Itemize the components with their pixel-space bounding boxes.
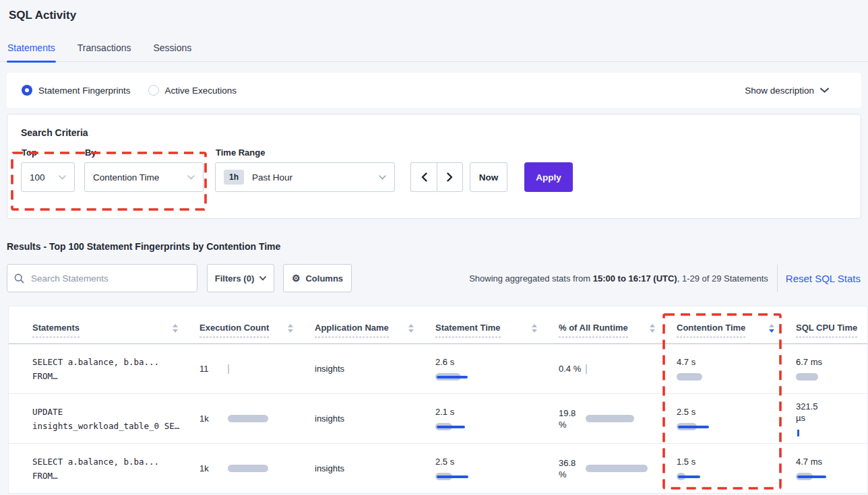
statement-fingerprint-link[interactable]: SELECT a.balance, b.ba...FROM… bbox=[9, 455, 199, 482]
chevron-down-icon bbox=[820, 88, 829, 93]
radio-active-executions[interactable]: Active Executions bbox=[148, 85, 237, 96]
tab-sessions[interactable]: Sessions bbox=[152, 36, 192, 61]
statements-table: StatementsExecution CountApplication Nam… bbox=[8, 306, 868, 494]
column-header-statement-time[interactable]: Statement Time bbox=[435, 323, 559, 343]
cell-bar-chart bbox=[586, 364, 653, 373]
statement-time-cell: 2.5 s bbox=[435, 456, 559, 481]
sort-arrows-icon bbox=[532, 324, 537, 333]
cell-bar-chart bbox=[586, 414, 653, 423]
cell-bar-chart bbox=[435, 422, 503, 431]
chevron-down-icon bbox=[379, 175, 386, 180]
radio-statement-fingerprints[interactable]: Statement Fingerprints bbox=[22, 85, 131, 96]
time-range-field: Time Range 1h Past Hour bbox=[215, 138, 395, 192]
chevron-down-icon bbox=[187, 175, 195, 180]
column-header-contention-time[interactable]: Contention Time bbox=[677, 323, 796, 343]
tab-transactions[interactable]: Transactions bbox=[77, 36, 132, 61]
page-title: SQL Activity bbox=[9, 9, 868, 22]
search-criteria-heading: Search Criteria bbox=[21, 127, 861, 138]
top-field: Top 100 bbox=[21, 138, 75, 192]
chevron-left-icon bbox=[421, 172, 427, 182]
sql-cpu-time-cell: 6.7 ms bbox=[796, 356, 867, 381]
column-label: % of All Runtime bbox=[559, 323, 628, 337]
filters-button[interactable]: Filters (0) bbox=[207, 264, 274, 292]
show-description-toggle[interactable]: Show description bbox=[745, 86, 846, 96]
pct-of-all-runtime-cell: 36.8% bbox=[559, 457, 677, 480]
sort-arrows-icon bbox=[173, 324, 178, 333]
gear-icon: ⚙ bbox=[292, 273, 301, 283]
column-header-sql-cpu-time[interactable]: SQL CPU Time bbox=[796, 323, 867, 343]
previous-interval-button[interactable] bbox=[410, 162, 437, 192]
chevron-right-icon bbox=[447, 172, 453, 182]
cell-bar-chart bbox=[228, 414, 295, 423]
cell-bar-chart bbox=[228, 464, 295, 473]
table-row: UPDATEinsights_workload_table_0 SE…1kins… bbox=[9, 394, 867, 444]
contention-time-cell: 4.7 s bbox=[677, 356, 796, 381]
search-icon bbox=[14, 273, 24, 284]
column-header-application-name[interactable]: Application Name bbox=[315, 323, 435, 343]
divider bbox=[777, 265, 778, 292]
pct-of-all-runtime-cell: 0.4 % bbox=[559, 363, 677, 374]
column-label: Contention Time bbox=[677, 323, 745, 337]
statement-time-cell: 2.1 s bbox=[435, 406, 559, 431]
table-header-row: StatementsExecution CountApplication Nam… bbox=[9, 306, 867, 344]
execution-count-cell: 11 bbox=[199, 363, 315, 374]
top-select[interactable]: 100 bbox=[21, 162, 75, 192]
chevron-down-icon bbox=[59, 175, 66, 180]
pct-of-all-runtime-cell: 19.8% bbox=[559, 407, 677, 430]
tab-statements[interactable]: Statements bbox=[7, 36, 56, 61]
column-label: SQL CPU Time bbox=[796, 323, 857, 337]
showing-stats-text: Showing aggregated stats from 15:00 to 1… bbox=[469, 273, 768, 284]
column-label: Execution Count bbox=[199, 323, 269, 337]
search-statements-input[interactable] bbox=[30, 273, 190, 284]
view-toggle-bar: Statement Fingerprints Active Executions… bbox=[7, 73, 861, 108]
column-header-statements[interactable]: Statements bbox=[9, 323, 199, 343]
application-name-cell: insights bbox=[315, 414, 435, 424]
contention-time-cell: 1.5 s bbox=[677, 456, 796, 481]
radio-selected-icon bbox=[22, 85, 32, 96]
column-label: Statements bbox=[32, 323, 80, 337]
sort-arrows-icon bbox=[769, 324, 774, 333]
application-name-cell: insights bbox=[315, 364, 435, 374]
tab-bar: Statements Transactions Sessions bbox=[0, 36, 868, 62]
cell-bar-chart bbox=[796, 472, 863, 481]
time-step-buttons bbox=[410, 162, 463, 192]
cell-bar-chart bbox=[677, 372, 744, 381]
column-label: Application Name bbox=[315, 323, 389, 337]
cell-bar-chart bbox=[677, 422, 744, 431]
sort-arrows-icon bbox=[408, 324, 414, 333]
columns-button[interactable]: ⚙ Columns bbox=[283, 264, 352, 292]
cell-bar-chart bbox=[796, 428, 863, 437]
now-button[interactable]: Now bbox=[470, 162, 507, 192]
table-body: SELECT a.balance, b.ba...FROM…11insights… bbox=[9, 344, 867, 493]
sql-cpu-time-cell: 321.5µs bbox=[796, 401, 867, 437]
chevron-down-icon bbox=[259, 276, 266, 281]
execution-count-cell: 1k bbox=[199, 463, 315, 474]
statement-fingerprint-link[interactable]: UPDATEinsights_workload_table_0 SE… bbox=[9, 405, 199, 432]
by-select[interactable]: Contention Time bbox=[84, 162, 204, 192]
by-field: By Contention Time bbox=[84, 138, 204, 192]
column-header-execution-count[interactable]: Execution Count bbox=[199, 323, 315, 343]
next-interval-button[interactable] bbox=[437, 162, 463, 192]
column-label: Statement Time bbox=[435, 323, 501, 337]
sort-arrows-icon bbox=[288, 324, 293, 333]
application-name-cell: insights bbox=[315, 463, 435, 473]
time-range-select[interactable]: 1h Past Hour bbox=[215, 162, 395, 192]
statement-time-cell: 2.6 s bbox=[435, 356, 559, 381]
results-heading: Results - Top 100 Statement Fingerprints… bbox=[7, 241, 861, 252]
cell-bar-chart bbox=[228, 364, 295, 373]
apply-button[interactable]: Apply bbox=[524, 162, 573, 192]
table-row: SELECT a.balance, b.ba...FROM…1kinsights… bbox=[9, 444, 867, 493]
cell-bar-chart bbox=[435, 372, 503, 381]
table-row: SELECT a.balance, b.ba...FROM…11insights… bbox=[9, 344, 867, 394]
contention-time-cell: 2.5 s bbox=[677, 406, 796, 431]
time-range-badge: 1h bbox=[224, 170, 244, 185]
sort-arrows-icon bbox=[650, 324, 655, 333]
cell-bar-chart bbox=[435, 472, 503, 481]
statement-fingerprint-link[interactable]: SELECT a.balance, b.ba...FROM… bbox=[9, 356, 199, 383]
search-statements-box[interactable] bbox=[7, 264, 197, 292]
sql-cpu-time-cell: 4.7 ms bbox=[796, 456, 867, 481]
column-header-of-all-runtime[interactable]: % of All Runtime bbox=[559, 323, 677, 343]
cell-bar-chart bbox=[677, 472, 744, 481]
results-toolbar: Filters (0) ⚙ Columns Showing aggregated… bbox=[7, 264, 861, 292]
reset-sql-stats-link[interactable]: Reset SQL Stats bbox=[786, 273, 861, 284]
